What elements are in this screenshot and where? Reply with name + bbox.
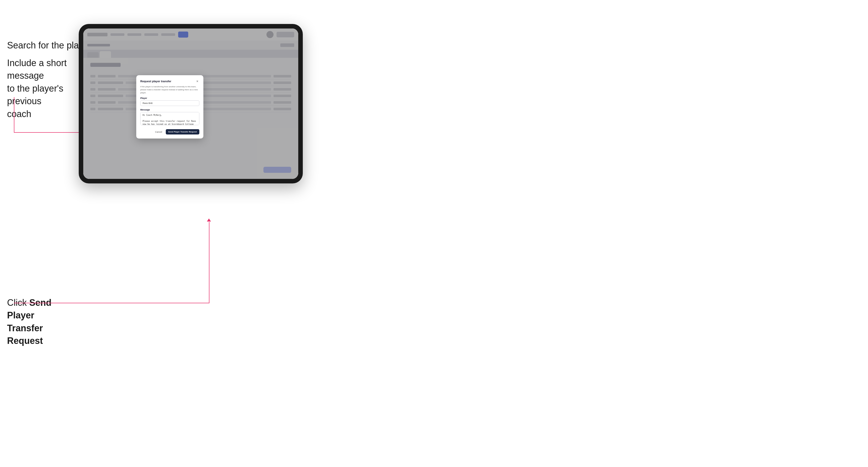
modal-header: Request player transfer × [140, 79, 199, 83]
message-field-label: Message [140, 108, 199, 111]
arrow-player-vertical [14, 97, 14, 132]
request-transfer-modal: Request player transfer × If the player … [136, 75, 204, 138]
tablet-frame: Request player transfer × If the player … [79, 24, 303, 183]
modal-description: If the player is transferring from anoth… [140, 85, 199, 94]
player-field-label: Player [140, 97, 199, 99]
arrow-btn-vertical [209, 222, 210, 303]
annotation-click-text: Click Send Player Transfer Request [7, 297, 73, 347]
arrow-btn-horizontal [14, 303, 210, 303]
tablet-screen: Request player transfer × If the player … [83, 29, 298, 179]
send-transfer-request-button[interactable]: Send Player Transfer Request [166, 129, 199, 134]
message-textarea[interactable]: Hi Coach McHarg, Please accept this tran… [140, 112, 199, 125]
cancel-button[interactable]: Cancel [154, 130, 164, 134]
annotation-message-text: Include a short message to the player's … [7, 57, 73, 120]
modal-title: Request player transfer [140, 80, 171, 83]
close-icon[interactable]: × [195, 79, 199, 83]
arrow-btn-head [207, 218, 211, 221]
player-search-input[interactable] [140, 100, 199, 106]
modal-footer: Cancel Send Player Transfer Request [140, 129, 199, 134]
